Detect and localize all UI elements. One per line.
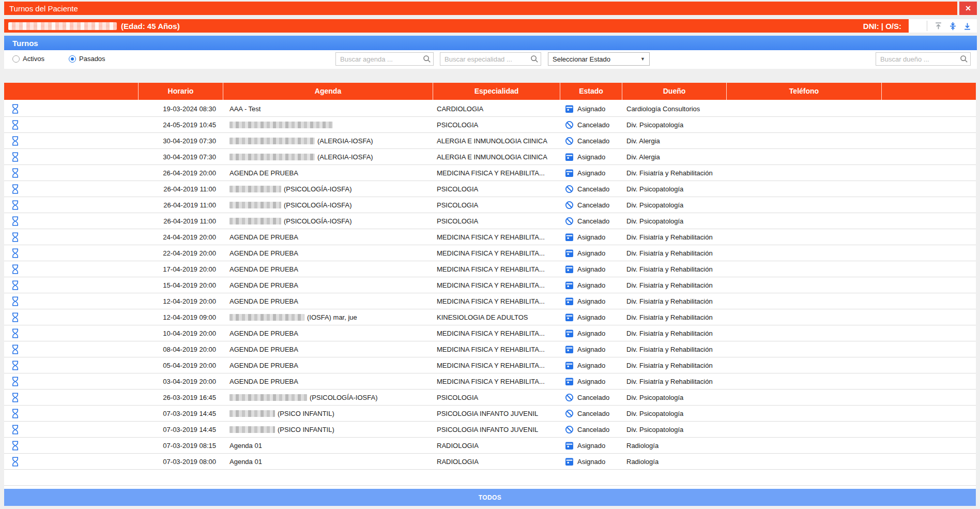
cell-horario: 07-03-2019 14:45	[139, 410, 223, 417]
hourglass-icon[interactable]	[4, 136, 139, 146]
table-row[interactable]: 26-03-2019 16:45(PSICOLOGÍA-IOSFA)PSICOL…	[4, 390, 976, 406]
cell-estado: Asignado	[560, 153, 622, 161]
cancel-icon	[565, 137, 574, 145]
cell-horario: 26-03-2019 16:45	[139, 394, 223, 401]
hourglass-icon[interactable]	[4, 248, 139, 258]
search-icon	[423, 55, 431, 63]
cell-estado: Asignado	[560, 233, 622, 242]
table-row[interactable]: 15-04-2019 20:00AGENDA DE PRUEBAMEDICINA…	[4, 277, 976, 293]
cell-estado: Asignado	[560, 169, 622, 177]
hourglass-icon[interactable]	[4, 457, 139, 467]
calendar-icon	[565, 153, 574, 161]
table-row[interactable]: 07-03-2019 08:00Agenda 01RADIOLOGIAAsign…	[4, 454, 976, 470]
hourglass-icon[interactable]	[4, 168, 139, 178]
cell-dueno: Div. Alergia	[622, 137, 727, 145]
estado-label: Cancelado	[577, 426, 609, 433]
table-row[interactable]: 03-04-2019 20:00AGENDA DE PRUEBAMEDICINA…	[4, 373, 976, 390]
search-especialidad-input[interactable]	[440, 52, 541, 66]
estado-select[interactable]: Seleccionar Estado ▼	[548, 52, 650, 66]
cell-dueno: Div. Fisiatría y Rehabilitación	[622, 281, 727, 289]
hourglass-icon[interactable]	[4, 425, 139, 435]
estado-label: Asignado	[577, 362, 605, 369]
table-row[interactable]: 08-04-2019 20:00AGENDA DE PRUEBAMEDICINA…	[4, 341, 976, 357]
table-row[interactable]: 26-04-2019 11:00(PSICOLOGÍA-IOSFA)PSICOL…	[4, 197, 976, 213]
search-agenda-input[interactable]	[335, 52, 434, 66]
hourglass-icon[interactable]	[4, 120, 139, 130]
header-horario: Horario	[139, 83, 223, 100]
hourglass-icon[interactable]	[4, 441, 139, 451]
table-row[interactable]: 17-04-2019 20:00AGENDA DE PRUEBAMEDICINA…	[4, 261, 976, 277]
cell-estado: Asignado	[560, 441, 622, 450]
cell-agenda: (PSICO INFANTIL)	[223, 410, 433, 417]
cell-dueno: Cardiología Consultorios	[622, 105, 727, 113]
hourglass-icon[interactable]	[4, 216, 139, 226]
hourglass-icon[interactable]	[4, 264, 139, 274]
calendar-icon	[565, 361, 574, 370]
cell-horario: 15-04-2019 20:00	[139, 281, 223, 289]
table-row[interactable]: 10-04-2019 20:00AGENDA DE PRUEBAMEDICINA…	[4, 325, 976, 341]
cell-dueno: Div. Fisiatría y Rehabilitación	[622, 346, 727, 353]
hourglass-icon[interactable]	[4, 296, 139, 306]
cell-horario: 19-03-2024 08:30	[139, 105, 223, 113]
calendar-icon	[565, 233, 574, 242]
table-row[interactable]: 19-03-2024 08:30AAA - TestCARDIOLOGIAAsi…	[4, 101, 976, 117]
table-row[interactable]: 07-03-2019 14:45(PSICO INFANTIL)PSICOLOG…	[4, 422, 976, 438]
table-row[interactable]: 30-04-2019 07:30(ALERGIA-IOSFA)ALERGIA E…	[4, 149, 976, 165]
hourglass-icon[interactable]	[4, 361, 139, 370]
cell-horario: 07-03-2019 08:00	[139, 458, 223, 466]
table-row[interactable]: 24-05-2019 10:45PSICOLOGIACanceladoDiv. …	[4, 117, 976, 133]
hourglass-icon[interactable]	[4, 393, 139, 402]
cell-especialidad: MEDICINA FISICA Y REHABILITA...	[433, 297, 560, 305]
hourglass-icon[interactable]	[4, 200, 139, 210]
table-row[interactable]: 24-04-2019 20:00AGENDA DE PRUEBAMEDICINA…	[4, 229, 976, 245]
cell-agenda: (PSICO INFANTIL)	[223, 426, 433, 433]
search-dueno-input[interactable]	[876, 52, 971, 66]
estado-label: Asignado	[577, 313, 605, 321]
table-row[interactable]: 26-04-2019 20:00AGENDA DE PRUEBAMEDICINA…	[4, 165, 976, 181]
todos-button[interactable]: TODOS	[4, 489, 976, 506]
table-row[interactable]: 30-04-2019 07:30(ALERGIA-IOSFA)ALERGIA E…	[4, 133, 976, 149]
calendar-icon	[565, 281, 574, 290]
hourglass-icon[interactable]	[4, 152, 139, 162]
estado-label: Asignado	[577, 265, 605, 273]
patient-age: (Edad: 45 Años)	[121, 22, 180, 31]
table-row[interactable]: 26-04-2019 11:00(PSICOLOGÍA-IOSFA)PSICOL…	[4, 181, 976, 197]
radio-pasados-circle[interactable]	[69, 55, 76, 63]
hourglass-icon[interactable]	[4, 184, 139, 194]
hourglass-icon[interactable]	[4, 280, 139, 290]
table-row[interactable]: 12-04-2019 20:00AGENDA DE PRUEBAMEDICINA…	[4, 293, 976, 309]
align-top-icon[interactable]	[934, 22, 943, 31]
hourglass-icon[interactable]	[4, 409, 139, 418]
close-button[interactable]: ✕	[959, 2, 977, 15]
align-bottom-icon[interactable]	[963, 22, 972, 31]
hourglass-icon[interactable]	[4, 312, 139, 322]
cell-estado: Cancelado	[560, 425, 622, 434]
radio-activos-label: Activos	[23, 55, 44, 63]
radio-activos-circle[interactable]	[12, 55, 20, 63]
table-row[interactable]: 12-04-2019 09:00(IOSFA) mar, jueKINESIOL…	[4, 309, 976, 325]
hourglass-icon[interactable]	[4, 345, 139, 354]
table-row[interactable]: 26-04-2019 11:00(PSICOLOGÍA-IOSFA)PSICOL…	[4, 213, 976, 229]
cell-agenda: Agenda 01	[223, 458, 433, 466]
radio-activos[interactable]: Activos	[12, 55, 44, 63]
table-row[interactable]: 22-04-2019 20:00AGENDA DE PRUEBAMEDICINA…	[4, 245, 976, 261]
cell-especialidad: CARDIOLOGIA	[433, 105, 560, 113]
collapse-vertical-icon[interactable]	[948, 22, 957, 31]
header-telefono: Teléfono	[727, 83, 882, 100]
table-row[interactable]: 07-03-2019 14:45(PSICO INFANTIL)PSICOLOG…	[4, 406, 976, 422]
hourglass-icon[interactable]	[4, 377, 139, 386]
cell-estado: Asignado	[560, 313, 622, 322]
cell-horario: 24-05-2019 10:45	[139, 121, 223, 129]
cell-especialidad: ALERGIA E INMUNOLOGIA ClINICA	[433, 137, 560, 145]
cell-especialidad: MEDICINA FISICA Y REHABILITA...	[433, 362, 560, 369]
search-icon	[960, 55, 968, 63]
hourglass-icon[interactable]	[4, 328, 139, 338]
hourglass-icon[interactable]	[4, 232, 139, 242]
radio-pasados[interactable]: Pasados	[69, 55, 105, 63]
estado-select-value: Seleccionar Estado	[553, 55, 610, 63]
table-row[interactable]: 07-03-2019 08:15Agenda 01RADIOLOGIAAsign…	[4, 438, 976, 454]
table-row[interactable]: 05-04-2019 20:00AGENDA DE PRUEBAMEDICINA…	[4, 357, 976, 373]
estado-label: Asignado	[577, 249, 605, 257]
cell-horario: 07-03-2019 14:45	[139, 426, 223, 433]
hourglass-icon[interactable]	[4, 104, 139, 114]
